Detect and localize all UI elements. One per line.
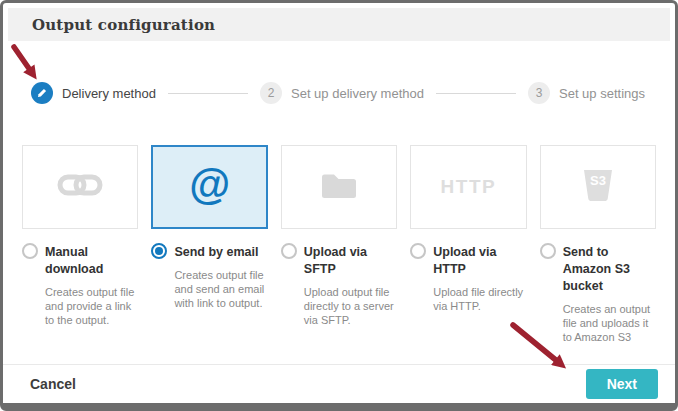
step-setup-delivery-method[interactable]: 2 Set up delivery method (260, 82, 424, 104)
dialog-footer: Cancel Next (3, 364, 675, 403)
step-connector (436, 93, 516, 94)
card-send-to-amazon-s3[interactable]: S3 (540, 145, 656, 229)
delivery-method-options: Manual download Creates output file and … (22, 243, 656, 345)
dialog-title: Output configuration (32, 16, 215, 34)
option-description: Creates output file and send an email wi… (174, 268, 267, 311)
card-upload-via-http[interactable]: HTTP (410, 145, 526, 229)
step-label-setup-delivery-method: Set up delivery method (291, 86, 424, 101)
option-manual-download: Manual download Creates output file and … (22, 243, 138, 345)
next-button[interactable]: Next (586, 369, 658, 399)
step-connector (168, 93, 248, 94)
http-text-icon: HTTP (441, 176, 497, 198)
pencil-icon (31, 82, 53, 104)
wizard-stepper: Delivery method 2 Set up delivery method… (31, 80, 645, 106)
delivery-method-cards: @ HTTP S3 (22, 145, 656, 229)
at-icon: @ (189, 164, 230, 206)
option-title[interactable]: Send to Amazon S3 bucket (563, 243, 656, 295)
radio-upload-via-http[interactable] (410, 243, 426, 259)
option-upload-via-sftp: Upload via SFTP Upload output file direc… (281, 243, 397, 345)
radio-upload-via-sftp[interactable] (281, 243, 297, 259)
folder-icon (320, 171, 358, 204)
option-description: Creates an output file and uploads it to… (563, 302, 656, 345)
step-number-3: 3 (528, 82, 550, 104)
option-title[interactable]: Manual download (45, 243, 138, 278)
card-manual-download[interactable] (22, 145, 138, 229)
link-icon (56, 173, 104, 201)
radio-row-send-by-email[interactable]: Send by email (151, 243, 267, 261)
radio-send-to-amazon-s3[interactable] (540, 243, 556, 259)
s3-bucket-icon: S3 (581, 167, 615, 207)
option-send-by-email: Send by email Creates output file and se… (151, 243, 267, 345)
card-upload-via-sftp[interactable] (281, 145, 397, 229)
radio-manual-download[interactable] (22, 243, 38, 259)
radio-send-by-email[interactable] (151, 243, 167, 259)
step-label-delivery-method: Delivery method (62, 86, 156, 101)
option-title[interactable]: Upload via SFTP (304, 243, 397, 278)
option-send-to-amazon-s3: Send to Amazon S3 bucket Creates an outp… (540, 243, 656, 345)
radio-row-upload-via-sftp[interactable]: Upload via SFTP (281, 243, 397, 278)
step-setup-settings[interactable]: 3 Set up settings (528, 82, 645, 104)
card-send-by-email[interactable]: @ (151, 145, 267, 229)
option-title[interactable]: Upload via HTTP (433, 243, 526, 278)
cancel-button[interactable]: Cancel (30, 376, 76, 392)
radio-row-send-to-amazon-s3[interactable]: Send to Amazon S3 bucket (540, 243, 656, 295)
option-upload-via-http: Upload via HTTP Upload file directly via… (410, 243, 526, 345)
output-configuration-dialog: Output configuration Delivery method 2 S… (0, 0, 678, 411)
option-description: Upload output file directly to a server … (304, 285, 397, 328)
s3-bucket-label: S3 (590, 173, 606, 188)
option-description: Upload file directly via HTTP. (433, 285, 526, 314)
step-delivery-method[interactable]: Delivery method (31, 82, 156, 104)
radio-row-upload-via-http[interactable]: Upload via HTTP (410, 243, 526, 278)
dialog-header: Output configuration (8, 8, 670, 41)
step-number-2: 2 (260, 82, 282, 104)
option-title[interactable]: Send by email (174, 243, 258, 261)
step-label-setup-settings: Set up settings (559, 86, 645, 101)
arrow-to-delivery-method-step (14, 47, 30, 70)
radio-row-manual-download[interactable]: Manual download (22, 243, 138, 278)
option-description: Creates output file and provide a link t… (45, 285, 138, 328)
